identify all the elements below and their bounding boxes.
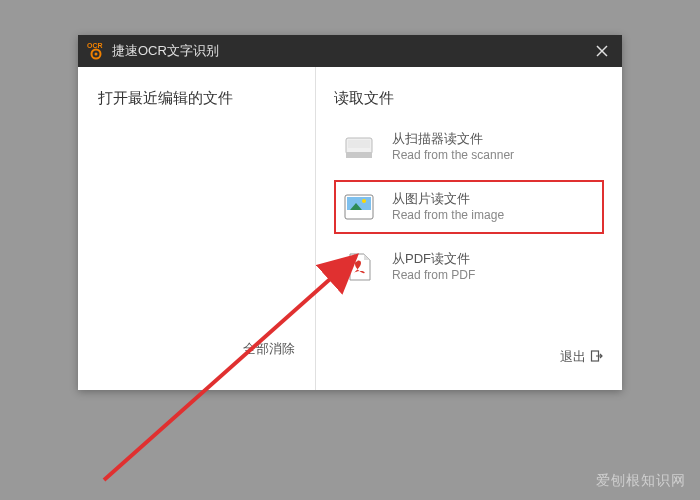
read-file-pane: 读取文件 从扫描器读文件 Read from the scanner — [316, 67, 622, 390]
svg-text:OCR: OCR — [87, 42, 103, 49]
close-button[interactable] — [582, 35, 622, 67]
pdf-icon — [342, 250, 376, 284]
option-texts: 从扫描器读文件 Read from the scanner — [392, 130, 514, 164]
exit-label: 退出 — [560, 348, 586, 366]
left-footer: 全部消除 — [98, 339, 295, 368]
option-title: 从扫描器读文件 — [392, 130, 514, 148]
watermark: 爱刨根知识网 — [596, 472, 686, 490]
title-bar: OCR 捷速OCR文字识别 — [78, 35, 622, 67]
clear-all-link[interactable]: 全部消除 — [243, 341, 295, 356]
exit-icon — [590, 349, 604, 366]
option-subtitle: Read from the scanner — [392, 148, 514, 164]
dialog-content: 打开最近编辑的文件 全部消除 读取文件 从扫描器读文件 Read from th… — [78, 67, 622, 390]
recent-files-heading: 打开最近编辑的文件 — [98, 89, 295, 108]
window-title: 捷速OCR文字识别 — [112, 42, 582, 60]
read-from-scanner-option[interactable]: 从扫描器读文件 Read from the scanner — [334, 120, 604, 174]
option-subtitle: Read from PDF — [392, 268, 475, 284]
dialog-window: OCR 捷速OCR文字识别 打开最近编辑的文件 全部消除 读取文件 — [78, 35, 622, 390]
ocr-logo-icon: OCR — [86, 41, 106, 61]
scanner-icon — [342, 130, 376, 164]
svg-rect-7 — [346, 152, 372, 158]
read-from-pdf-option[interactable]: 从PDF读文件 Read from PDF — [334, 240, 604, 294]
option-title: 从PDF读文件 — [392, 250, 475, 268]
svg-point-2 — [95, 53, 98, 56]
option-title: 从图片读文件 — [392, 190, 504, 208]
option-texts: 从PDF读文件 Read from PDF — [392, 250, 475, 284]
image-icon — [342, 190, 376, 224]
exit-link[interactable]: 退出 — [560, 348, 604, 366]
option-texts: 从图片读文件 Read from the image — [392, 190, 504, 224]
right-footer: 退出 — [334, 347, 604, 376]
read-from-image-option[interactable]: 从图片读文件 Read from the image — [334, 180, 604, 234]
option-subtitle: Read from the image — [392, 208, 504, 224]
svg-point-11 — [362, 199, 366, 203]
svg-rect-12 — [347, 210, 371, 217]
svg-rect-6 — [348, 140, 370, 148]
read-file-heading: 读取文件 — [334, 89, 604, 108]
close-icon — [596, 45, 608, 57]
recent-files-pane: 打开最近编辑的文件 全部消除 — [78, 67, 316, 390]
